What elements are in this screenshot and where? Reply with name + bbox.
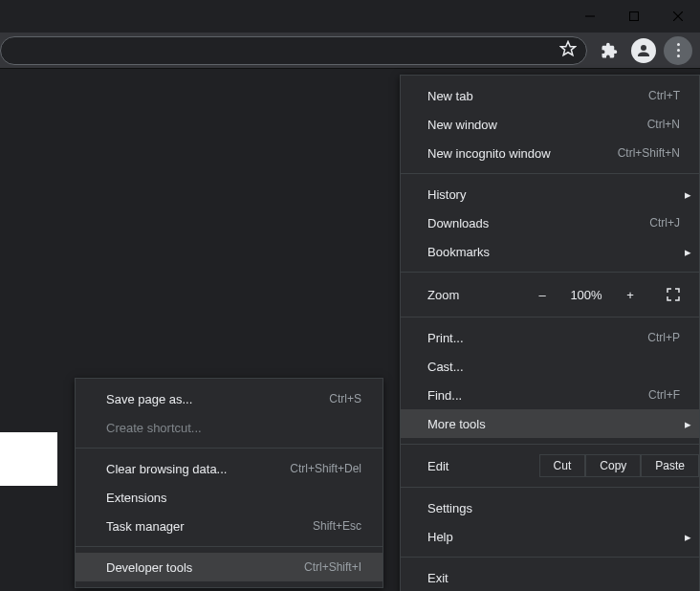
svg-point-5 xyxy=(641,45,646,51)
menu-separator xyxy=(401,444,699,445)
menu-item-label: Help xyxy=(427,530,453,544)
edit-label: Edit xyxy=(427,459,539,473)
zoom-value: 100% xyxy=(567,288,605,302)
menu-separator xyxy=(76,448,383,449)
menu-separator xyxy=(401,173,699,174)
extensions-button[interactable] xyxy=(595,36,623,65)
menu-separator xyxy=(401,317,699,317)
white-patch xyxy=(0,432,57,486)
menu-item-shortcut: Ctrl+N xyxy=(647,118,680,131)
menu-item-label: Print... xyxy=(427,331,464,345)
menu-item-shortcut: Ctrl+F xyxy=(648,388,680,402)
fullscreen-button[interactable] xyxy=(665,286,682,303)
menu-item-shortcut: Ctrl+J xyxy=(649,216,680,230)
menu-item-shortcut: Ctrl+P xyxy=(647,331,680,344)
submenu-label: Create shortcut... xyxy=(106,421,202,435)
kebab-dot xyxy=(677,49,680,52)
zoom-label: Zoom xyxy=(427,288,535,302)
menu-separator xyxy=(401,487,699,488)
star-icon[interactable] xyxy=(559,40,577,60)
submenu-developer-tools[interactable]: Developer tools Ctrl+Shift+I xyxy=(76,553,383,581)
submenu-label: Task manager xyxy=(106,519,185,534)
submenu-task-manager[interactable]: Task manager Shift+Esc xyxy=(76,512,383,540)
menu-more-tools[interactable]: More tools ▸ xyxy=(401,409,699,438)
submenu-shortcut: Ctrl+S xyxy=(329,392,361,405)
submenu-label: Save page as... xyxy=(106,392,192,406)
menu-separator xyxy=(401,272,699,273)
more-tools-submenu: Save page as... Ctrl+S Create shortcut..… xyxy=(75,378,383,588)
menu-item-label: Exit xyxy=(427,571,448,585)
menu-edit: Edit Cut Copy Paste xyxy=(401,450,699,481)
profile-button[interactable] xyxy=(629,36,658,65)
menu-item-label: More tools xyxy=(427,417,486,431)
zoom-out-button[interactable]: – xyxy=(535,288,550,302)
menu-cast[interactable]: Cast... xyxy=(401,352,699,381)
svg-rect-1 xyxy=(630,12,639,21)
menu-print[interactable]: Print... Ctrl+P xyxy=(401,323,699,352)
toolbar xyxy=(0,33,700,69)
menu-item-shortcut: Ctrl+T xyxy=(648,89,680,102)
submenu-shortcut: Shift+Esc xyxy=(313,519,361,533)
menu-settings[interactable]: Settings xyxy=(401,493,699,522)
menu-item-label: New tab xyxy=(427,89,473,103)
menu-bookmarks[interactable]: Bookmarks ▸ xyxy=(401,237,699,266)
titlebar xyxy=(0,0,700,33)
menu-find[interactable]: Find... Ctrl+F xyxy=(401,381,699,409)
menu-separator xyxy=(76,546,383,547)
paste-button[interactable]: Paste xyxy=(641,454,699,477)
menu-downloads[interactable]: Downloads Ctrl+J xyxy=(401,208,699,237)
menu-item-label: Bookmarks xyxy=(427,245,490,259)
menu-item-label: New window xyxy=(427,118,497,132)
omnibox[interactable] xyxy=(0,36,587,65)
submenu-shortcut: Ctrl+Shift+Del xyxy=(290,462,361,475)
maximize-button[interactable] xyxy=(612,0,656,33)
menu-item-label: History xyxy=(427,187,466,202)
address-input[interactable] xyxy=(14,43,559,58)
submenu-label: Extensions xyxy=(106,491,167,505)
main-menu: New tab Ctrl+T New window Ctrl+N New inc… xyxy=(400,75,700,591)
zoom-in-button[interactable]: + xyxy=(623,288,638,302)
submenu-clear-data[interactable]: Clear browsing data... Ctrl+Shift+Del xyxy=(76,454,383,483)
submenu-extensions[interactable]: Extensions xyxy=(76,483,383,512)
menu-new-tab[interactable]: New tab Ctrl+T xyxy=(401,81,699,110)
minimize-button[interactable] xyxy=(568,0,612,33)
close-button[interactable] xyxy=(656,0,700,33)
kebab-dot xyxy=(677,43,680,46)
chevron-right-icon: ▸ xyxy=(685,187,691,202)
menu-help[interactable]: Help ▸ xyxy=(401,522,699,551)
menu-button[interactable] xyxy=(664,36,692,65)
menu-item-label: Find... xyxy=(427,388,462,403)
submenu-label: Developer tools xyxy=(106,560,192,575)
menu-new-window[interactable]: New window Ctrl+N xyxy=(401,110,699,139)
menu-item-label: Settings xyxy=(427,501,472,515)
menu-separator xyxy=(401,557,699,558)
chevron-right-icon: ▸ xyxy=(685,417,691,431)
svg-marker-4 xyxy=(561,42,576,55)
submenu-label: Clear browsing data... xyxy=(106,462,227,476)
submenu-create-shortcut: Create shortcut... xyxy=(76,413,383,442)
chevron-right-icon: ▸ xyxy=(685,245,691,259)
window-controls xyxy=(568,0,700,33)
submenu-shortcut: Ctrl+Shift+I xyxy=(304,560,361,574)
menu-item-label: Cast... xyxy=(427,360,464,374)
menu-item-shortcut: Ctrl+Shift+N xyxy=(618,146,680,160)
menu-exit[interactable]: Exit xyxy=(401,563,699,591)
kebab-dot xyxy=(677,55,680,57)
cut-button[interactable]: Cut xyxy=(539,454,586,477)
submenu-save-page[interactable]: Save page as... Ctrl+S xyxy=(76,384,383,413)
menu-new-incognito[interactable]: New incognito window Ctrl+Shift+N xyxy=(401,139,699,167)
chevron-right-icon: ▸ xyxy=(685,530,691,544)
menu-item-label: New incognito window xyxy=(427,146,551,161)
avatar-icon xyxy=(631,38,656,63)
menu-item-label: Downloads xyxy=(427,216,489,230)
menu-history[interactable]: History ▸ xyxy=(401,180,699,208)
copy-button[interactable]: Copy xyxy=(585,454,641,477)
menu-zoom: Zoom – 100% + xyxy=(401,278,699,311)
